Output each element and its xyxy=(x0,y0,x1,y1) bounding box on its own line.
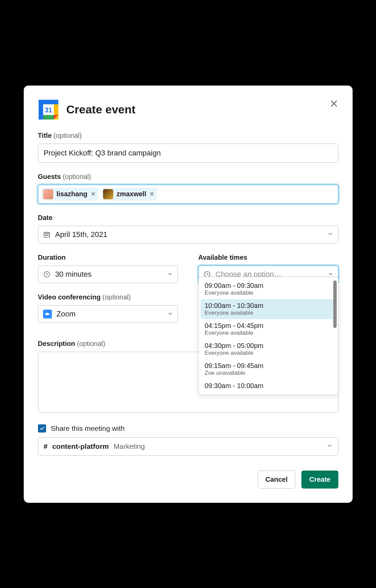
time-option[interactable]: 10:00am - 10:30am Everyone available xyxy=(201,299,336,319)
guest-name: zmaxwell xyxy=(117,190,146,198)
google-calendar-icon: 31 xyxy=(38,99,59,120)
available-times-label: Available times xyxy=(198,254,338,261)
svg-point-9 xyxy=(45,235,46,235)
time-option[interactable]: 04:30pm - 05:00pm Everyone available xyxy=(201,339,336,359)
available-times-dropdown: 09:00am - 09:30am Everyone available 10:… xyxy=(198,277,338,395)
guest-chip: lisazhang xyxy=(42,188,98,201)
video-conferencing-label: Video conferencing (optional) xyxy=(38,293,178,301)
title-input[interactable] xyxy=(38,144,338,163)
duration-select[interactable]: 30 minutes xyxy=(38,265,178,283)
duration-label: Duration xyxy=(38,254,178,261)
guest-name: lisazhang xyxy=(57,190,87,198)
modal-title: Create event xyxy=(66,103,136,116)
create-button[interactable]: Create xyxy=(301,471,338,489)
time-option[interactable]: 09:30am - 10:00am xyxy=(201,379,336,392)
duration-value: 30 minutes xyxy=(55,270,92,279)
zoom-icon xyxy=(43,310,52,318)
date-select[interactable]: April 15th, 2021 xyxy=(38,226,338,243)
share-checkbox[interactable] xyxy=(38,424,46,433)
close-button[interactable] xyxy=(330,99,338,109)
hash-icon: # xyxy=(44,442,48,451)
avatar-icon xyxy=(43,189,53,199)
channel-group: Marketing xyxy=(114,442,145,451)
date-value: April 15th, 2021 xyxy=(55,230,107,239)
time-option[interactable]: 09:00am - 09:30am Everyone available xyxy=(201,279,336,299)
scrollbar-thumb[interactable] xyxy=(333,280,337,328)
channel-name: content-platform xyxy=(52,442,109,451)
svg-rect-13 xyxy=(45,313,48,315)
remove-guest-button[interactable] xyxy=(91,191,96,197)
time-option[interactable]: 04:15pm - 04:45pm Everyone available xyxy=(201,319,336,339)
svg-point-11 xyxy=(47,235,48,235)
title-label: Title (optional) xyxy=(38,132,338,140)
avatar-icon xyxy=(103,189,113,199)
share-channel-select[interactable]: # content-platform Marketing xyxy=(38,437,338,456)
time-option[interactable]: 09:15am - 09:45am Zoe unavailable xyxy=(201,359,336,379)
video-value: Zoom xyxy=(57,310,76,318)
guest-chip: zmaxwell xyxy=(102,188,157,201)
svg-point-10 xyxy=(46,235,47,235)
calendar-icon xyxy=(43,231,51,238)
date-label: Date xyxy=(38,214,338,222)
svg-rect-5 xyxy=(38,99,43,119)
share-label: Share this meeting with xyxy=(51,424,125,433)
chevron-down-icon xyxy=(327,230,333,239)
guests-label: Guests (optional) xyxy=(38,173,338,181)
chevron-down-icon xyxy=(167,270,173,279)
cancel-button[interactable]: Cancel xyxy=(258,471,296,489)
video-conferencing-select[interactable]: Zoom xyxy=(38,305,178,323)
create-event-modal: 31 Create event Title (optional) Guests … xyxy=(24,86,353,503)
guests-input[interactable]: lisazhang zmaxwell xyxy=(38,185,338,204)
clock-icon xyxy=(43,271,51,278)
svg-text:31: 31 xyxy=(45,106,52,113)
chevron-down-icon xyxy=(167,310,173,318)
remove-guest-button[interactable] xyxy=(150,191,154,197)
chevron-down-icon xyxy=(326,442,333,451)
